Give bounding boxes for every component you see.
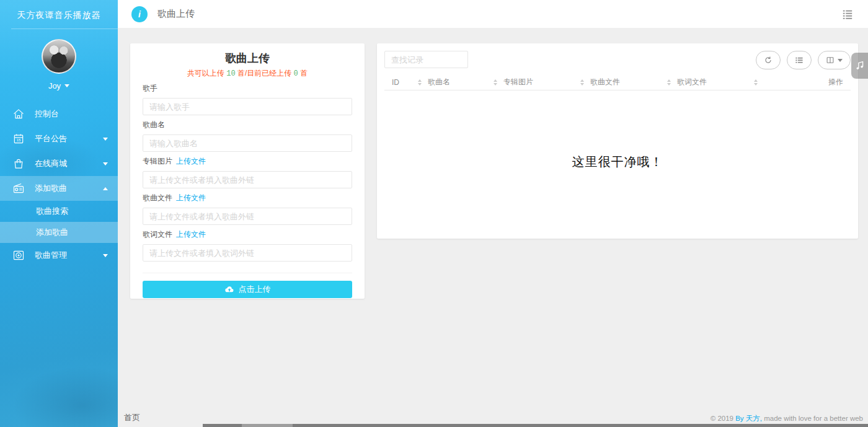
main-content: 歌曲上传 共可以上传 10 首/目前已经上传 0 首 歌手 歌曲名 专辑图片上传… — [118, 29, 868, 427]
footer: 首页 © 2019 By 天方, made with love for a be… — [124, 412, 863, 423]
shop-icon — [12, 157, 25, 170]
chevron-down-icon — [103, 254, 108, 257]
column-header-album-image: 专辑图片 — [503, 77, 533, 87]
quota-text: 首 — [298, 69, 308, 77]
user-panel: Joy — [0, 39, 118, 90]
table-toolbar-row — [384, 51, 851, 69]
song-name-input[interactable] — [143, 134, 352, 152]
album-upload-link[interactable]: 上传文件 — [176, 157, 206, 165]
sort-icon[interactable] — [667, 79, 671, 86]
refresh-icon — [764, 56, 773, 64]
album-image-input[interactable] — [143, 171, 352, 188]
column-header-id: ID — [392, 78, 399, 87]
field-singer: 歌手 — [143, 84, 352, 115]
view-list-icon — [795, 56, 804, 64]
sidebar-item-console[interactable]: 控制台 — [0, 102, 118, 126]
quota-uploaded: 0 — [294, 69, 298, 78]
home-icon — [12, 108, 25, 120]
mini-player-bar[interactable] — [203, 424, 868, 427]
sidebar-item-label: 在线商城 — [35, 158, 67, 169]
sidebar-subitem-add-song[interactable]: 添加歌曲 — [0, 222, 118, 243]
field-label: 专辑图片 — [143, 157, 172, 165]
upload-form-card: 歌曲上传 共可以上传 10 首/目前已经上传 0 首 歌手 歌曲名 专辑图片上传… — [130, 43, 365, 299]
records-table-card: ID 歌曲名 专辑图片 歌曲文件 歌词文件 — [377, 43, 858, 239]
copyright-prefix: © 2019 — [711, 415, 735, 422]
sidebar-item-label: 歌曲管理 — [35, 250, 67, 261]
svg-text:15: 15 — [17, 138, 20, 142]
calendar-icon: 15 — [12, 133, 25, 145]
author-link[interactable]: By 天方, — [735, 415, 762, 422]
refresh-button[interactable] — [756, 51, 781, 69]
field-song-name: 歌曲名 — [143, 120, 352, 152]
column-header-actions: 操作 — [828, 77, 843, 87]
sidebar-menu: 控制台 15 平台公告 在线 — [0, 102, 118, 268]
field-label: 歌手 — [143, 84, 352, 92]
quota-text: 首/目前已经上传 — [236, 69, 294, 77]
info-icon: i — [131, 6, 148, 22]
sort-icon[interactable] — [418, 79, 422, 86]
table-toolbar — [756, 51, 851, 69]
radio-icon — [12, 182, 25, 195]
field-album-image: 专辑图片上传文件 — [143, 157, 352, 188]
singer-input[interactable] — [143, 98, 352, 115]
avatar[interactable] — [42, 39, 76, 74]
view-list-button[interactable] — [787, 51, 812, 69]
chevron-up-icon — [103, 187, 108, 190]
sort-icon[interactable] — [754, 79, 758, 86]
disc-icon — [12, 249, 25, 262]
columns-button[interactable] — [818, 51, 851, 69]
table-header-row: ID 歌曲名 专辑图片 歌曲文件 歌词文件 — [384, 74, 851, 90]
sort-icon[interactable] — [580, 79, 584, 86]
music-player-toggle[interactable] — [851, 53, 868, 79]
song-file-upload-link[interactable]: 上传文件 — [176, 193, 206, 202]
page-title: 歌曲上传 — [157, 8, 195, 20]
columns-icon — [826, 56, 835, 64]
user-dropdown[interactable]: Joy — [0, 81, 118, 90]
quota-text: 共可以上传 — [187, 69, 226, 77]
user-name: Joy — [48, 81, 61, 90]
sidebar-item-announcements[interactable]: 15 平台公告 — [0, 126, 118, 151]
sidebar-item-add-song-group[interactable]: 添加歌曲 — [0, 176, 118, 201]
chevron-down-icon — [103, 138, 108, 141]
column-header-song-file: 歌曲文件 — [590, 77, 620, 87]
sidebar-subitem-song-search[interactable]: 歌曲搜索 — [0, 201, 118, 222]
topbar: i 歌曲上传 — [118, 0, 868, 29]
sidebar-item-shop[interactable]: 在线商城 — [0, 151, 118, 176]
lyric-file-input[interactable] — [143, 244, 352, 262]
copyright-suffix: made with love for a better web — [762, 415, 863, 422]
upload-submit-button[interactable]: 点击上传 — [143, 281, 352, 298]
page: 天方夜谭音乐播放器 Joy 控制台 — [0, 0, 868, 427]
music-note-icon — [854, 59, 866, 72]
search-input[interactable] — [384, 51, 468, 68]
sidebar-item-label: 歌曲搜索 — [36, 206, 68, 216]
lyric-file-upload-link[interactable]: 上传文件 — [176, 230, 206, 239]
sort-icon[interactable] — [494, 79, 497, 86]
field-lyric-file: 歌词文件上传文件 — [143, 230, 352, 262]
sidebar-item-label: 添加歌曲 — [36, 227, 68, 237]
sidebar-item-label: 控制台 — [35, 108, 59, 120]
chevron-down-icon — [64, 84, 69, 87]
field-song-file: 歌曲文件上传文件 — [143, 193, 352, 225]
player-progress-segment — [242, 424, 293, 427]
form-title: 歌曲上传 — [143, 43, 352, 66]
sidebar-item-label: 平台公告 — [35, 133, 67, 144]
quota-total: 10 — [226, 69, 235, 78]
song-file-input[interactable] — [143, 208, 352, 225]
list-icon[interactable] — [842, 9, 853, 20]
chevron-down-icon — [103, 162, 108, 165]
sidebar-divider — [11, 29, 118, 29]
form-divider — [143, 273, 352, 273]
column-header-lyric-file: 歌词文件 — [677, 77, 707, 87]
sidebar-item-song-manage[interactable]: 歌曲管理 — [0, 243, 118, 268]
field-label: 歌曲文件 — [143, 193, 172, 202]
cloud-upload-icon — [224, 284, 234, 294]
upload-quota-text: 共可以上传 10 首/目前已经上传 0 首 — [143, 68, 352, 79]
column-header-song-name: 歌曲名 — [428, 77, 450, 87]
sidebar: 天方夜谭音乐播放器 Joy 控制台 — [0, 0, 118, 427]
field-label: 歌词文件 — [143, 230, 172, 239]
submit-label: 点击上传 — [239, 284, 271, 295]
sidebar-item-label: 添加歌曲 — [35, 183, 67, 194]
field-label: 歌曲名 — [143, 120, 352, 129]
footer-home-link[interactable]: 首页 — [124, 412, 140, 423]
chevron-down-icon — [838, 59, 843, 62]
